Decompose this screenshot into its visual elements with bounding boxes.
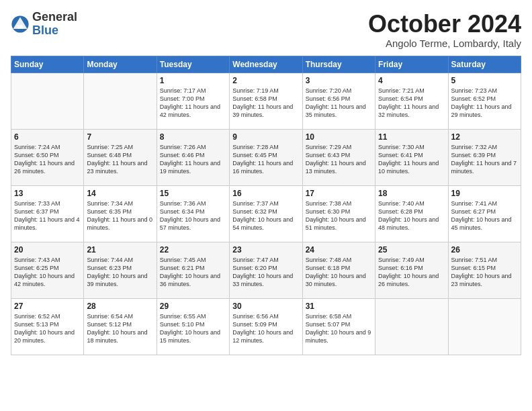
day-number: 18 xyxy=(378,189,445,198)
calendar-body: 1Sunrise: 7:17 AM Sunset: 7:00 PM Daylig… xyxy=(11,73,521,355)
calendar-cell: 2Sunrise: 7:19 AM Sunset: 6:58 PM Daylig… xyxy=(230,73,302,129)
calendar-cell xyxy=(11,73,84,129)
month-title: October 2024 xyxy=(368,11,521,38)
day-number: 26 xyxy=(451,245,518,255)
day-number: 15 xyxy=(160,189,226,198)
day-number: 22 xyxy=(160,245,226,255)
calendar-cell: 12Sunrise: 7:32 AM Sunset: 6:39 PM Dayli… xyxy=(448,129,521,185)
calendar-cell: 5Sunrise: 7:23 AM Sunset: 6:52 PM Daylig… xyxy=(448,73,521,129)
week-row-0: 1Sunrise: 7:17 AM Sunset: 7:00 PM Daylig… xyxy=(11,73,521,129)
day-number: 30 xyxy=(232,302,299,311)
day-number: 9 xyxy=(232,132,299,142)
calendar-cell: 23Sunrise: 7:47 AM Sunset: 6:20 PM Dayli… xyxy=(230,242,302,298)
day-detail: Sunrise: 7:20 AM Sunset: 6:56 PM Dayligh… xyxy=(306,87,372,120)
header-cell-saturday: Saturday xyxy=(448,56,521,73)
day-detail: Sunrise: 7:36 AM Sunset: 6:34 PM Dayligh… xyxy=(160,199,226,232)
day-number: 11 xyxy=(378,132,445,142)
calendar-cell: 3Sunrise: 7:20 AM Sunset: 6:56 PM Daylig… xyxy=(302,73,375,129)
day-detail: Sunrise: 7:30 AM Sunset: 6:41 PM Dayligh… xyxy=(378,143,445,176)
calendar-cell: 4Sunrise: 7:21 AM Sunset: 6:54 PM Daylig… xyxy=(375,73,448,129)
day-detail: Sunrise: 7:29 AM Sunset: 6:43 PM Dayligh… xyxy=(306,143,372,176)
day-number: 12 xyxy=(451,132,518,142)
logo-blue: Blue xyxy=(32,24,77,38)
header-cell-sunday: Sunday xyxy=(11,56,84,73)
day-number: 25 xyxy=(378,245,445,255)
calendar-cell: 28Sunrise: 6:54 AM Sunset: 5:12 PM Dayli… xyxy=(84,298,157,355)
calendar-cell: 10Sunrise: 7:29 AM Sunset: 6:43 PM Dayli… xyxy=(302,129,375,185)
calendar-cell: 20Sunrise: 7:43 AM Sunset: 6:25 PM Dayli… xyxy=(11,242,84,298)
day-detail: Sunrise: 7:38 AM Sunset: 6:30 PM Dayligh… xyxy=(306,199,372,232)
calendar-cell: 26Sunrise: 7:51 AM Sunset: 6:15 PM Dayli… xyxy=(448,242,521,298)
calendar-cell: 13Sunrise: 7:33 AM Sunset: 6:37 PM Dayli… xyxy=(11,185,84,242)
day-number: 19 xyxy=(451,189,518,198)
calendar-cell xyxy=(375,298,448,355)
calendar-cell xyxy=(84,73,157,129)
day-number: 20 xyxy=(14,245,81,255)
header-row: SundayMondayTuesdayWednesdayThursdayFrid… xyxy=(11,56,521,73)
day-number: 7 xyxy=(87,132,153,142)
day-number: 3 xyxy=(306,76,372,85)
calendar-cell: 19Sunrise: 7:41 AM Sunset: 6:27 PM Dayli… xyxy=(448,185,521,242)
location: Angolo Terme, Lombardy, Italy xyxy=(368,38,521,49)
day-detail: Sunrise: 6:52 AM Sunset: 5:13 PM Dayligh… xyxy=(14,312,81,345)
day-number: 29 xyxy=(160,302,226,311)
page-header: General Blue October 2024 Angolo Terme, … xyxy=(11,11,521,49)
header-cell-tuesday: Tuesday xyxy=(157,56,229,73)
calendar-cell: 1Sunrise: 7:17 AM Sunset: 7:00 PM Daylig… xyxy=(157,73,229,129)
week-row-3: 20Sunrise: 7:43 AM Sunset: 6:25 PM Dayli… xyxy=(11,242,521,298)
week-row-2: 13Sunrise: 7:33 AM Sunset: 6:37 PM Dayli… xyxy=(11,185,521,242)
day-number: 27 xyxy=(14,302,81,311)
day-detail: Sunrise: 7:33 AM Sunset: 6:37 PM Dayligh… xyxy=(14,199,81,232)
calendar-cell: 25Sunrise: 7:49 AM Sunset: 6:16 PM Dayli… xyxy=(375,242,448,298)
calendar-header: SundayMondayTuesdayWednesdayThursdayFrid… xyxy=(11,56,521,73)
day-number: 14 xyxy=(87,189,153,198)
header-cell-wednesday: Wednesday xyxy=(230,56,302,73)
logo-text: General Blue xyxy=(32,11,77,38)
calendar-cell: 29Sunrise: 6:55 AM Sunset: 5:10 PM Dayli… xyxy=(157,298,229,355)
day-detail: Sunrise: 7:47 AM Sunset: 6:20 PM Dayligh… xyxy=(232,256,299,289)
day-number: 6 xyxy=(14,132,81,142)
header-cell-monday: Monday xyxy=(84,56,157,73)
day-detail: Sunrise: 7:40 AM Sunset: 6:28 PM Dayligh… xyxy=(378,199,445,232)
day-detail: Sunrise: 7:51 AM Sunset: 6:15 PM Dayligh… xyxy=(451,256,518,289)
calendar-cell: 16Sunrise: 7:37 AM Sunset: 6:32 PM Dayli… xyxy=(230,185,302,242)
day-detail: Sunrise: 7:26 AM Sunset: 6:46 PM Dayligh… xyxy=(160,143,226,176)
day-detail: Sunrise: 6:58 AM Sunset: 5:07 PM Dayligh… xyxy=(306,312,372,345)
calendar-cell: 14Sunrise: 7:34 AM Sunset: 6:35 PM Dayli… xyxy=(84,185,157,242)
day-detail: Sunrise: 7:37 AM Sunset: 6:32 PM Dayligh… xyxy=(232,199,299,232)
day-number: 28 xyxy=(87,302,153,311)
day-number: 21 xyxy=(87,245,153,255)
day-number: 2 xyxy=(232,76,299,85)
week-row-4: 27Sunrise: 6:52 AM Sunset: 5:13 PM Dayli… xyxy=(11,298,521,355)
day-number: 16 xyxy=(232,189,299,198)
calendar-cell: 31Sunrise: 6:58 AM Sunset: 5:07 PM Dayli… xyxy=(302,298,375,355)
day-number: 31 xyxy=(306,302,372,311)
day-number: 10 xyxy=(306,132,372,142)
day-detail: Sunrise: 7:28 AM Sunset: 6:45 PM Dayligh… xyxy=(232,143,299,176)
header-cell-friday: Friday xyxy=(375,56,448,73)
calendar-cell: 7Sunrise: 7:25 AM Sunset: 6:48 PM Daylig… xyxy=(84,129,157,185)
day-detail: Sunrise: 7:25 AM Sunset: 6:48 PM Dayligh… xyxy=(87,143,153,176)
calendar-cell: 18Sunrise: 7:40 AM Sunset: 6:28 PM Dayli… xyxy=(375,185,448,242)
calendar-table: SundayMondayTuesdayWednesdayThursdayFrid… xyxy=(11,56,521,355)
day-detail: Sunrise: 7:32 AM Sunset: 6:39 PM Dayligh… xyxy=(451,143,518,176)
day-detail: Sunrise: 7:21 AM Sunset: 6:54 PM Dayligh… xyxy=(378,87,445,120)
calendar-cell: 17Sunrise: 7:38 AM Sunset: 6:30 PM Dayli… xyxy=(302,185,375,242)
day-number: 5 xyxy=(451,76,518,85)
calendar-cell: 9Sunrise: 7:28 AM Sunset: 6:45 PM Daylig… xyxy=(230,129,302,185)
day-detail: Sunrise: 7:24 AM Sunset: 6:50 PM Dayligh… xyxy=(14,143,81,176)
day-number: 17 xyxy=(306,189,372,198)
day-number: 1 xyxy=(160,76,226,85)
day-detail: Sunrise: 7:23 AM Sunset: 6:52 PM Dayligh… xyxy=(451,87,518,120)
day-number: 8 xyxy=(160,132,226,142)
day-number: 13 xyxy=(14,189,81,198)
logo-general: General xyxy=(32,11,77,24)
calendar-cell: 27Sunrise: 6:52 AM Sunset: 5:13 PM Dayli… xyxy=(11,298,84,355)
calendar-cell xyxy=(448,298,521,355)
day-detail: Sunrise: 6:55 AM Sunset: 5:10 PM Dayligh… xyxy=(160,312,226,345)
day-detail: Sunrise: 7:34 AM Sunset: 6:35 PM Dayligh… xyxy=(87,199,153,232)
calendar-cell: 22Sunrise: 7:45 AM Sunset: 6:21 PM Dayli… xyxy=(157,242,229,298)
day-detail: Sunrise: 7:44 AM Sunset: 6:23 PM Dayligh… xyxy=(87,256,153,289)
title-block: October 2024 Angolo Terme, Lombardy, Ita… xyxy=(368,11,521,49)
calendar-cell: 30Sunrise: 6:56 AM Sunset: 5:09 PM Dayli… xyxy=(230,298,302,355)
